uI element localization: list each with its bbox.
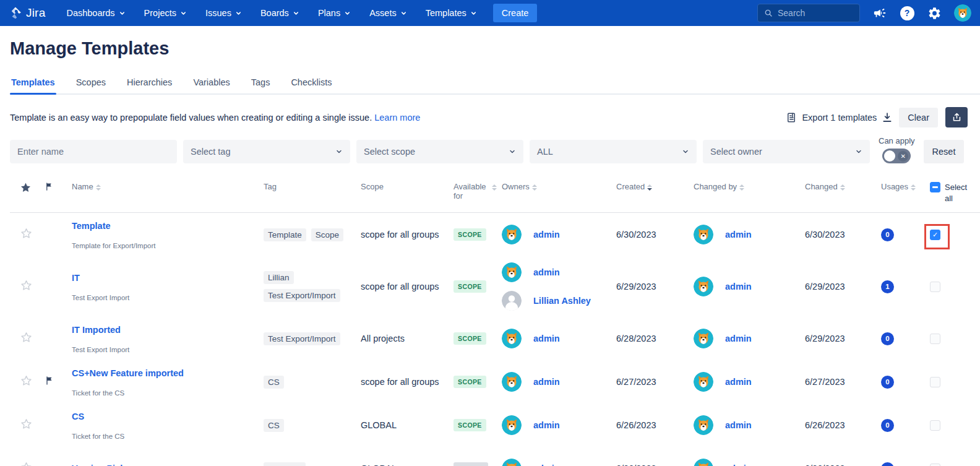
usages-cell: 0 [881,419,930,432]
owner-name-link[interactable]: admin [533,420,560,430]
favorite-star-icon[interactable] [20,461,45,466]
usages-cell: 1 [881,280,930,293]
favorite-column-star-icon[interactable] [20,182,45,194]
flag-icon[interactable] [45,376,72,388]
nav-menu-item[interactable]: Projects [144,8,187,18]
jira-logo-text: Jira [26,6,45,20]
changed-cell: 6/26/2023 [805,464,881,466]
nav-menu: Dashboards Projects Issues Boards Plans … [66,8,476,18]
row-checkbox[interactable] [930,377,940,387]
favorite-star-icon[interactable] [20,279,45,295]
template-name-link[interactable]: IT [72,273,80,283]
header-name[interactable]: Name [72,182,264,191]
row-checkbox[interactable]: ✓ [930,230,940,240]
owner-entry: admin [694,459,805,466]
row-checkbox[interactable] [930,464,940,466]
row-checkbox[interactable] [930,282,940,292]
can-apply-toggle[interactable]: ✕ [882,149,911,163]
learn-more-link[interactable]: Learn more [374,113,420,123]
header-created[interactable]: Created [616,182,694,191]
nav-menu-item[interactable]: Templates [426,8,477,18]
header-changed-by[interactable]: Changed by [694,182,805,191]
scope-filter-select[interactable]: Select scope [356,140,523,163]
owner-name-link[interactable]: admin [533,334,560,343]
template-name-link[interactable]: Version Picker [72,464,134,466]
template-name-link[interactable]: CS+New Feature imported [72,368,184,378]
tab-tags[interactable]: Tags [250,74,272,93]
reset-button[interactable]: Reset [924,140,965,163]
row-checkbox[interactable] [930,334,940,344]
dog-avatar-icon [502,372,522,392]
global-search[interactable] [757,4,860,22]
create-button[interactable]: Create [493,4,538,22]
nav-menu-item[interactable]: Issues [205,8,242,18]
owner-avatar [502,415,522,435]
favorite-star-icon[interactable] [20,227,45,243]
nav-item-label: Boards [260,8,289,18]
tag-chip: Template [264,228,306,241]
template-name-cell: IT Imported Test Export Import [72,324,264,353]
usages-badge: 0 [881,332,894,345]
owner-name-link[interactable]: admin [533,267,560,277]
favorite-star-icon[interactable] [20,418,45,433]
flag-column-flag-icon[interactable] [45,182,72,191]
owner-name-link[interactable]: admin [725,334,752,343]
name-filter[interactable] [10,140,177,163]
tab-hierarchies[interactable]: Hierarchies [126,74,173,93]
changed-by-cell: admin [694,225,805,244]
owner-name-link[interactable]: admin [533,464,560,466]
usages-cell: 0 [881,462,930,466]
table-row: IT Imported Test Export Import Test Expo… [10,317,980,360]
tab-templates[interactable]: Templates [10,74,56,93]
nav-menu-item[interactable]: Assets [369,8,407,18]
row-checkbox[interactable] [930,420,940,431]
nav-menu-item[interactable]: Dashboards [66,8,125,18]
nav-menu-item[interactable]: Plans [318,8,351,18]
header-changed[interactable]: Changed [805,182,881,191]
owner-name-link[interactable]: admin [533,230,560,239]
owner-name-link[interactable]: admin [725,377,752,387]
clear-button[interactable]: Clear [899,108,938,127]
jira-logo[interactable]: Jira [9,6,45,20]
nav-menu-item[interactable]: Boards [260,8,299,18]
template-description: Ticket for the CS [72,389,264,397]
announcements-icon[interactable] [872,6,887,20]
tab-checklists[interactable]: Checklists [290,74,333,93]
help-icon[interactable]: ? [900,6,914,20]
tag-chip: GLOBAL [264,462,306,466]
owner-name-link[interactable]: admin [725,420,752,430]
name-filter-input[interactable] [17,147,170,157]
tab-variables[interactable]: Variables [192,74,231,93]
tag-filter-select[interactable]: Select tag [183,140,350,163]
owner-name-link[interactable]: admin [725,230,752,239]
template-name-link[interactable]: IT Imported [72,325,121,335]
nav-item-label: Issues [205,8,231,18]
dog-avatar-icon [502,262,522,282]
owner-name-link[interactable]: admin [725,464,752,466]
header-available-for[interactable]: Available for [453,182,502,201]
search-input[interactable] [778,8,853,18]
template-name-cell: Version Picker [72,463,264,466]
user-avatar[interactable] [954,4,971,22]
available-for-select[interactable]: ALL [530,140,697,163]
settings-gear-icon[interactable] [927,6,942,20]
export-templates-button[interactable]: Export 1 templates [786,112,893,123]
tab-scopes[interactable]: Scopes [75,74,107,93]
favorite-star-icon[interactable] [20,331,45,347]
template-name-link[interactable]: Template [72,221,111,231]
favorite-star-icon[interactable] [20,374,45,390]
template-name-link[interactable]: CS [72,412,84,421]
owner-name-link[interactable]: admin [533,377,560,387]
available-for-cell: OWNER [453,462,502,466]
chevron-down-icon [119,10,126,17]
owner-name-link[interactable]: Lillian Ashley [533,296,591,306]
tag-filter-value: Select tag [191,147,231,157]
owner-name-link[interactable]: admin [725,282,752,291]
select-all-checkbox[interactable] [930,182,940,192]
owner-filter-select[interactable]: Select owner [703,140,870,163]
changed-by-cell: admin [694,372,805,392]
changed-cell: 6/27/2023 [805,377,881,387]
header-usages[interactable]: Usages [881,182,930,191]
header-owners[interactable]: Owners [502,182,616,191]
share-export-button[interactable] [945,107,968,127]
